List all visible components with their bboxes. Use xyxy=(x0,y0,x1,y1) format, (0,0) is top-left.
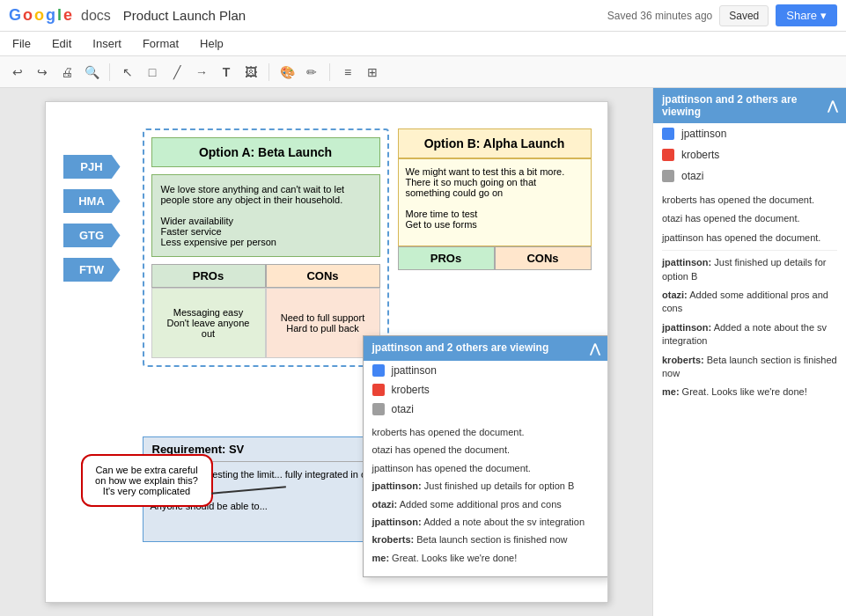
doc-canvas: ▷▷▷ PJH HMA GTG FTW Option A: Beta Launc… xyxy=(45,101,608,603)
comment-text: Can we be extra careful on how we explai… xyxy=(95,465,198,496)
option-b-pros-cons-headers: PROs CONs xyxy=(398,246,592,270)
toolbar-separator-2 xyxy=(269,63,269,81)
redo-button[interactable]: ↪ xyxy=(32,62,53,83)
viewer-item-otazi: otazi xyxy=(653,165,846,187)
avatar-otazi xyxy=(662,170,674,182)
topbar-right: Saved 36 minutes ago Saved Share ▾ xyxy=(607,4,837,26)
floating-msg-6: jpattinson: Added a note about the sv in… xyxy=(372,516,600,529)
line-tool[interactable]: ╱ xyxy=(166,62,188,83)
zoom-button[interactable]: 🔍 xyxy=(81,62,102,83)
floating-msg-2: otazi has opened the document. xyxy=(372,444,600,457)
floating-msg-8: me: Great. Looks like we're done! xyxy=(372,552,600,565)
arrow-pjh[interactable]: PJH xyxy=(63,155,121,179)
menu-help[interactable]: Help xyxy=(196,35,227,52)
arrow-hma[interactable]: HMA xyxy=(63,189,121,213)
align-tool[interactable]: ≡ xyxy=(337,62,358,83)
chat-msg-2: otazi has opened the document. xyxy=(662,212,837,225)
doc-area: ▷▷▷ PJH HMA GTG FTW Option A: Beta Launc… xyxy=(0,88,652,616)
side-collapse-btn[interactable]: ⋀ xyxy=(828,99,837,113)
option-b-pros-header: PROs xyxy=(398,246,495,270)
doc-title: Product Launch Plan xyxy=(123,8,246,23)
undo-button[interactable]: ↩ xyxy=(7,62,28,83)
viewer-item-kroberts: kroberts xyxy=(653,144,846,165)
viewer-name-kroberts: kroberts xyxy=(681,149,719,161)
chat-area: kroberts has opened the document. otazi … xyxy=(653,187,846,412)
floating-panel-header: jpattinson and 2 others are viewing ⋀ xyxy=(364,336,608,361)
chat-msg-1: kroberts has opened the document. xyxy=(662,194,837,207)
arrow-tool[interactable]: → xyxy=(191,62,212,83)
floating-avatar-jpattinson xyxy=(372,364,385,377)
cursor-tool[interactable]: ↖ xyxy=(117,62,138,83)
app-name: docs xyxy=(81,8,111,24)
arrows-section: PJH HMA GTG FTW xyxy=(63,155,121,282)
viewer-name-jpattinson: jpattinson xyxy=(681,128,726,140)
chat-divider xyxy=(662,250,837,251)
image-tool[interactable]: 🖼 xyxy=(240,62,261,83)
option-b-box: Option B: Alpha Launch We might want to … xyxy=(398,128,592,270)
side-panel: jpattinson and 2 others are viewing ⋀ jp… xyxy=(652,88,846,616)
floating-chat: kroberts has opened the document. otazi … xyxy=(364,419,608,576)
toolbar: ↩ ↪ 🖨 🔍 ↖ □ ╱ → T 🖼 🎨 ✏ ≡ ⊞ xyxy=(0,56,846,88)
google-logo: Google xyxy=(9,6,72,25)
text-tool[interactable]: T xyxy=(216,62,237,83)
option-b-cons-header: CONs xyxy=(495,246,592,270)
menu-insert[interactable]: Insert xyxy=(89,35,125,52)
chat-msg-7: kroberts: Beta launch section is finishe… xyxy=(662,354,837,381)
share-button[interactable]: Share ▾ xyxy=(776,4,837,26)
comment-bubble: Can we be extra careful on how we explai… xyxy=(81,454,213,507)
option-b-title: Option B: Alpha Launch xyxy=(398,128,592,158)
menu-edit[interactable]: Edit xyxy=(48,35,75,52)
paint-tool[interactable]: 🎨 xyxy=(276,62,298,83)
chat-msg-6: jpattinson: Added a note about the sv in… xyxy=(662,321,837,348)
main: ▷▷▷ PJH HMA GTG FTW Option A: Beta Launc… xyxy=(0,88,846,616)
floating-msg-3: jpattinson has opened the document. xyxy=(372,462,600,475)
floating-msg-7: kroberts: Beta launch section is finishe… xyxy=(372,533,600,546)
table-tool[interactable]: ⊞ xyxy=(362,62,383,83)
chat-msg-4: jpattinson: Just finished up details for… xyxy=(662,256,837,283)
topbar: Google docs Product Launch Plan Saved 36… xyxy=(0,0,846,32)
option-a-pros-body: Messaging easyDon't leave anyone out xyxy=(151,288,266,358)
viewers-header: jpattinson and 2 others are viewing ⋀ xyxy=(653,88,846,123)
option-a-pros-cons-headers: PROs CONs xyxy=(151,264,380,288)
menu-format[interactable]: Format xyxy=(139,35,182,52)
floating-viewer-panel: jpattinson and 2 others are viewing ⋀ jp… xyxy=(363,335,608,577)
shape-tool[interactable]: □ xyxy=(142,62,163,83)
option-a-cons-header: CONs xyxy=(266,264,380,288)
pen-tool[interactable]: ✏ xyxy=(301,62,322,83)
chat-msg-3: jpattinson has opened the document. xyxy=(662,231,837,245)
option-a-pros-header: PROs xyxy=(151,264,266,288)
toolbar-separator-3 xyxy=(329,63,330,81)
floating-viewer-jpattinson: jpattinson xyxy=(364,361,608,380)
viewer-item-jpattinson: jpattinson xyxy=(653,123,846,144)
print-button[interactable]: 🖨 xyxy=(56,62,77,83)
option-a-box: Option A: Beta Launch We love store anyt… xyxy=(143,128,389,367)
topbar-left: Google docs Product Launch Plan xyxy=(9,6,246,25)
saved-text: Saved 36 minutes ago xyxy=(607,10,712,22)
floating-avatar-otazi xyxy=(372,403,385,415)
floating-msg-1: kroberts has opened the document. xyxy=(372,426,600,439)
chat-msg-5: otazi: Added some additional pros and co… xyxy=(662,289,837,316)
viewer-name-otazi: otazi xyxy=(681,170,703,182)
saved-button[interactable]: Saved xyxy=(719,5,769,26)
arrow-gtg[interactable]: GTG xyxy=(63,224,121,247)
floating-viewer-kroberts: kroberts xyxy=(364,380,608,400)
option-a-title: Option A: Beta Launch xyxy=(151,137,380,167)
floating-msg-4: jpattinson: Just finished up details for… xyxy=(372,480,600,493)
toolbar-separator-1 xyxy=(109,63,110,81)
option-b-description: We might want to test this a bit more. T… xyxy=(398,158,592,246)
avatar-jpattinson xyxy=(662,128,674,140)
chevron-down-icon: ▾ xyxy=(820,9,827,22)
option-a-description: We love store anything and can't wait to… xyxy=(151,174,380,257)
floating-viewer-otazi: otazi xyxy=(364,400,608,419)
option-a-pros-cons-body: Messaging easyDon't leave anyone out Nee… xyxy=(151,288,380,358)
avatar-kroberts xyxy=(662,149,674,161)
floating-collapse-btn[interactable]: ⋀ xyxy=(590,341,600,356)
floating-avatar-kroberts xyxy=(372,384,385,396)
chat-msg-8: me: Great. Looks like we're done! xyxy=(662,385,837,399)
menu-file[interactable]: File xyxy=(9,35,34,52)
arrow-ftw[interactable]: FTW xyxy=(63,258,121,282)
menubar: File Edit Insert Format Help xyxy=(0,32,846,56)
floating-msg-5: otazi: Added some additional pros and co… xyxy=(372,498,600,511)
